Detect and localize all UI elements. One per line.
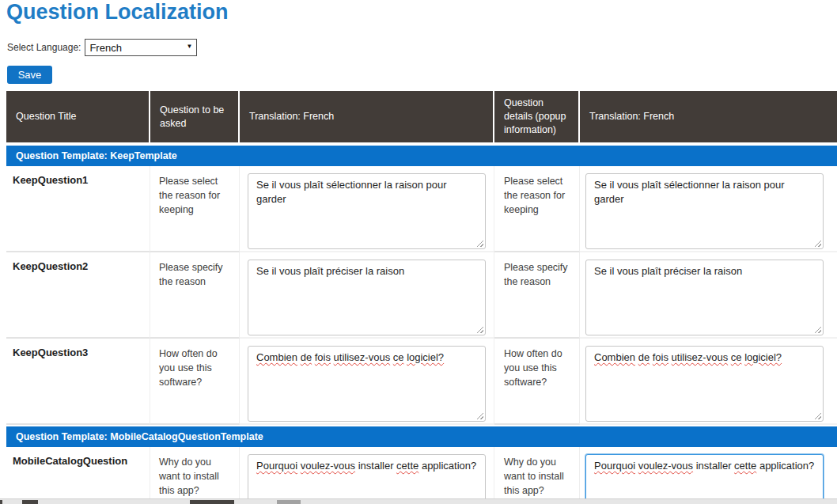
question-details-cell: Why do you want to install this app?: [494, 447, 580, 504]
translation-textarea[interactable]: Se il vous plaît préciser la raison: [248, 260, 486, 335]
resize-grip-icon[interactable]: [476, 412, 483, 419]
question-text-cell: How often do you use this software?: [150, 339, 240, 425]
translation-word: Se il vous plaît préciser la raison: [594, 265, 742, 277]
question-row: MobileCatalogQuestionWhy do you want to …: [6, 447, 837, 504]
question-details-cell: Please select the reason for keeping: [494, 166, 580, 252]
details-translation-textarea[interactable]: Pourquoi voulez-vous installer cette app…: [585, 454, 824, 504]
translation-word: de: [638, 351, 650, 363]
taskbar-icon[interactable]: [0, 500, 2, 504]
question-title-cell: KeepQuestion1: [6, 166, 150, 252]
translation-word: Pourquoi: [594, 460, 635, 472]
translation-word: cette: [396, 460, 418, 472]
question-details-cell: Please specify the reason: [494, 252, 580, 339]
question-details-cell: How often do you use this software?: [494, 339, 580, 425]
translation-word: Se il vous plaît sélectionner la raison …: [594, 179, 785, 205]
translation-word: application?: [759, 460, 814, 472]
save-button[interactable]: Save: [7, 66, 52, 84]
translation-word: Se il vous plaît préciser la raison: [256, 265, 404, 277]
column-header-translation-french: Translation: French: [240, 91, 494, 142]
taskbar-icon[interactable]: [190, 500, 234, 504]
template-section-bar: Question Template: MobileCatalogQuestion…: [6, 426, 837, 447]
translation-word: Combien: [256, 351, 297, 363]
question-localization-page: Question Localization Select Language: F…: [0, 0, 837, 504]
translation-word: utilisez-vous: [672, 351, 729, 363]
resize-grip-icon[interactable]: [814, 240, 821, 247]
question-text-cell: Please specify the reason: [150, 252, 240, 339]
translation-word: fois: [315, 351, 331, 363]
question-title-cell: KeepQuestion3: [6, 339, 150, 425]
translation-word: application?: [422, 460, 476, 472]
translation-word: Combien: [594, 351, 635, 363]
resize-grip-icon[interactable]: [476, 240, 483, 247]
details-translation-textarea[interactable]: Combien de fois utilisez-vous ce logicie…: [585, 346, 824, 422]
question-row: KeepQuestion1Please select the reason fo…: [6, 166, 837, 252]
translation-cell: Pourquoi voulez-vous installer cette app…: [240, 447, 494, 504]
column-header-details-translation-french: Translation: French: [580, 91, 837, 142]
translation-word: voulez-vous: [301, 460, 355, 472]
select-language-label: Select Language:: [7, 42, 81, 53]
question-row: KeepQuestion3How often do you use this s…: [6, 339, 837, 425]
resize-grip-icon[interactable]: [814, 326, 821, 333]
column-header-question-details: Question details (popup information): [494, 91, 580, 142]
translation-cell: Combien de fois utilisez-vous ce logicie…: [240, 339, 494, 425]
details-translation-textarea[interactable]: Se il vous plaît sélectionner la raison …: [585, 173, 824, 249]
translation-word: voulez-vous: [638, 460, 693, 472]
resize-grip-icon[interactable]: [476, 326, 483, 333]
translation-word: cette: [734, 460, 756, 472]
table-body: Question Template: KeepTemplateKeepQuest…: [6, 146, 837, 504]
language-select-wrap: French ▼: [85, 39, 197, 56]
resize-grip-icon[interactable]: [814, 412, 821, 419]
translation-textarea[interactable]: Se il vous plaît sélectionner la raison …: [248, 173, 486, 249]
translation-textarea[interactable]: Pourquoi voulez-vous installer cette app…: [248, 454, 486, 504]
translation-cell: Se il vous plaît préciser la raison: [240, 252, 494, 339]
details-translation-cell: Pourquoi voulez-vous installer cette app…: [580, 447, 837, 504]
page-title: Question Localization: [6, 0, 229, 25]
language-select[interactable]: French: [85, 39, 197, 56]
question-title-cell: KeepQuestion2: [6, 252, 150, 339]
translation-word: logiciel?: [407, 351, 444, 363]
table-header-row: Question Title Question to be asked Tran…: [6, 91, 837, 142]
details-translation-cell: Se il vous plaît préciser la raison: [580, 252, 837, 339]
taskbar-icon[interactable]: [277, 500, 301, 504]
translation-word: Pourquoi: [256, 460, 297, 472]
question-title-cell: MobileCatalogQuestion: [6, 447, 150, 504]
translation-word: ce: [731, 351, 742, 363]
column-header-question-to-be-asked: Question to be asked: [150, 91, 240, 142]
language-bar: Select Language: French ▼: [7, 39, 197, 56]
translation-cell: Se il vous plaît sélectionner la raison …: [240, 166, 494, 252]
translation-word: utilisez-vous: [334, 351, 391, 363]
taskbar-icon[interactable]: [22, 500, 38, 504]
translation-word: fois: [653, 351, 668, 363]
translation-word: Se il vous plaît sélectionner la raison …: [256, 179, 447, 205]
details-translation-textarea[interactable]: Se il vous plaît préciser la raison: [585, 260, 824, 335]
details-translation-cell: Se il vous plaît sélectionner la raison …: [580, 166, 837, 252]
translation-word: de: [301, 351, 312, 363]
translation-word: installer: [358, 460, 394, 472]
question-text-cell: Please select the reason for keeping: [150, 166, 240, 252]
question-text-cell: Why do you want to install this app?: [150, 447, 240, 504]
question-row: KeepQuestion2Please specify the reasonSe…: [6, 252, 837, 339]
template-section-bar: Question Template: KeepTemplate: [6, 146, 837, 166]
translation-word: installer: [696, 460, 732, 472]
column-header-question-title: Question Title: [6, 91, 150, 142]
localization-table: Question Title Question to be asked Tran…: [6, 91, 837, 504]
translation-word: ce: [393, 351, 404, 363]
translation-textarea[interactable]: Combien de fois utilisez-vous ce logicie…: [248, 346, 486, 422]
details-translation-cell: Combien de fois utilisez-vous ce logicie…: [580, 339, 837, 425]
taskbar-strip: [0, 498, 837, 504]
translation-word: logiciel?: [744, 351, 782, 363]
